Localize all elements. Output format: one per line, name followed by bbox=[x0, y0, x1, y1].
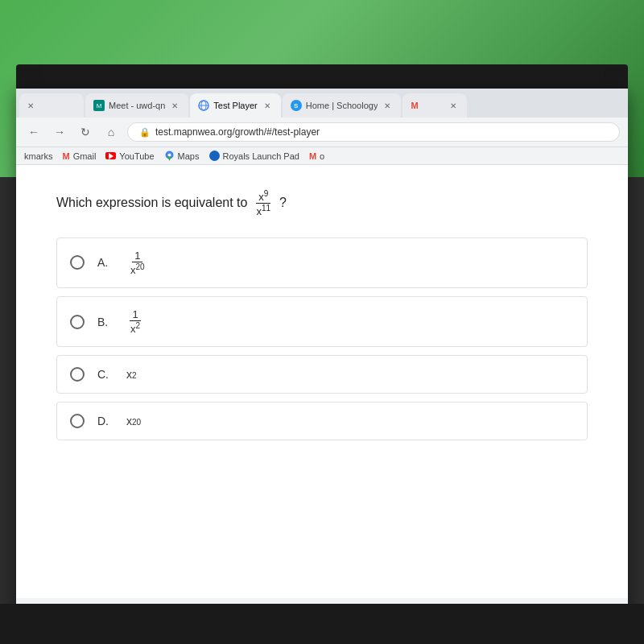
bookmark-royals[interactable]: Royals Launch Pad bbox=[209, 151, 299, 161]
tab-m-label: M bbox=[411, 101, 418, 110]
main-content: Which expression is equivalent to x9 x11… bbox=[16, 165, 628, 598]
refresh-button[interactable]: ↻ bbox=[76, 122, 95, 142]
bookmark-m-o[interactable]: M o bbox=[309, 151, 324, 161]
tab-m[interactable]: M ✕ bbox=[402, 93, 467, 118]
tab-meet-label: Meet - uwd-qn bbox=[109, 101, 165, 110]
fraction-denominator: x11 bbox=[254, 204, 273, 217]
option-b-num: 1 bbox=[130, 308, 140, 321]
screen-container: ✕ M Meet - uwd-qn ✕ Test Player ✕ S Home… bbox=[0, 0, 644, 644]
option-a-num: 1 bbox=[132, 250, 142, 262]
radio-d[interactable] bbox=[70, 414, 85, 428]
tab-blank[interactable]: ✕ bbox=[19, 93, 84, 118]
bookmarks-bar: kmarks M Gmail YouTube Maps bbox=[16, 147, 628, 165]
answer-option-c[interactable]: C. x2 bbox=[56, 355, 588, 394]
option-b-label: B. bbox=[97, 316, 114, 328]
option-a-content: 1 x20 bbox=[126, 250, 149, 276]
schoology-favicon: S bbox=[291, 100, 302, 111]
option-a-den: x20 bbox=[128, 262, 147, 276]
lock-icon: 🔒 bbox=[139, 127, 151, 138]
bookmark-youtube[interactable]: YouTube bbox=[105, 151, 154, 161]
radio-b[interactable] bbox=[70, 315, 85, 329]
svg-point-5 bbox=[167, 154, 171, 157]
option-c-label: C. bbox=[97, 368, 114, 381]
radio-c[interactable] bbox=[70, 367, 85, 382]
meet-favicon: M bbox=[93, 100, 105, 111]
option-a-label: A. bbox=[97, 256, 114, 269]
option-c-content: x2 bbox=[126, 368, 137, 381]
question-text-after: ? bbox=[279, 196, 287, 210]
question-text-before: Which expression is equivalent to bbox=[56, 196, 247, 210]
bookmark-m-o-label: o bbox=[320, 151, 324, 161]
url-text: test.mapnwea.org/growth/#/test-player bbox=[155, 126, 320, 138]
browser-window: ✕ M Meet - uwd-qn ✕ Test Player ✕ S Home… bbox=[16, 89, 628, 612]
home-button[interactable]: ⌂ bbox=[101, 122, 121, 142]
forward-button[interactable]: → bbox=[50, 122, 69, 142]
bookmark-royals-label: Royals Launch Pad bbox=[223, 151, 299, 161]
tab-test-player-label: Test Player bbox=[213, 101, 257, 110]
tab-meet[interactable]: M Meet - uwd-qn ✕ bbox=[85, 93, 188, 118]
tab-m-close[interactable]: ✕ bbox=[448, 100, 459, 111]
bookmark-gmail[interactable]: M Gmail bbox=[62, 151, 96, 161]
fraction-numerator: x9 bbox=[256, 189, 270, 204]
option-d-label: D. bbox=[97, 415, 114, 427]
answer-option-b[interactable]: B. 1 x2 bbox=[56, 296, 588, 347]
tab-test-player[interactable]: Test Player ✕ bbox=[190, 93, 280, 118]
address-bar-row: ← → ↻ ⌂ 🔒 test.mapnwea.org/growth/#/test… bbox=[16, 118, 628, 147]
laptop-bezel-top bbox=[16, 64, 628, 89]
answer-option-a[interactable]: A. 1 x20 bbox=[56, 237, 588, 288]
m-o-icon: M bbox=[309, 151, 316, 161]
bookmark-maps[interactable]: Maps bbox=[164, 151, 200, 161]
bookmark-gmail-label: Gmail bbox=[73, 151, 97, 161]
question-fraction: x9 x11 bbox=[252, 189, 275, 218]
tab-blank-close[interactable]: ✕ bbox=[27, 101, 34, 110]
tab-schoology[interactable]: S Home | Schoology ✕ bbox=[283, 93, 402, 118]
answer-option-d[interactable]: D. x20 bbox=[56, 402, 588, 440]
bookmark-youtube-label: YouTube bbox=[119, 151, 154, 161]
tabs-bar: ✕ M Meet - uwd-qn ✕ Test Player ✕ S Home… bbox=[16, 89, 628, 118]
tab-schoology-close[interactable]: ✕ bbox=[382, 100, 393, 111]
laptop-bezel-bottom bbox=[0, 604, 644, 644]
back-button[interactable]: ← bbox=[24, 122, 43, 142]
address-input[interactable]: 🔒 test.mapnwea.org/growth/#/test-player bbox=[127, 122, 620, 142]
tab-meet-close[interactable]: ✕ bbox=[169, 100, 180, 111]
royals-bookmark-icon bbox=[209, 151, 220, 161]
maps-bookmark-icon bbox=[164, 151, 175, 161]
answer-options: A. 1 x20 B. 1 x2 bbox=[56, 237, 588, 441]
option-b-content: 1 x2 bbox=[126, 308, 144, 335]
option-d-content: x20 bbox=[126, 415, 141, 427]
bookmark-kmarks[interactable]: kmarks bbox=[24, 151, 52, 161]
tab-test-close[interactable]: ✕ bbox=[262, 100, 273, 111]
gmail-bookmark-icon: M bbox=[62, 151, 69, 161]
option-b-den: x2 bbox=[128, 321, 142, 335]
globe-favicon bbox=[198, 100, 209, 111]
bookmark-maps-label: Maps bbox=[178, 151, 200, 161]
question-text: Which expression is equivalent to x9 x11… bbox=[56, 189, 588, 218]
radio-a[interactable] bbox=[70, 255, 85, 270]
youtube-bookmark-icon bbox=[105, 152, 116, 159]
bookmark-kmarks-label: kmarks bbox=[24, 151, 52, 161]
youtube-play-icon bbox=[109, 153, 114, 159]
tab-schoology-label: Home | Schoology bbox=[306, 101, 378, 110]
